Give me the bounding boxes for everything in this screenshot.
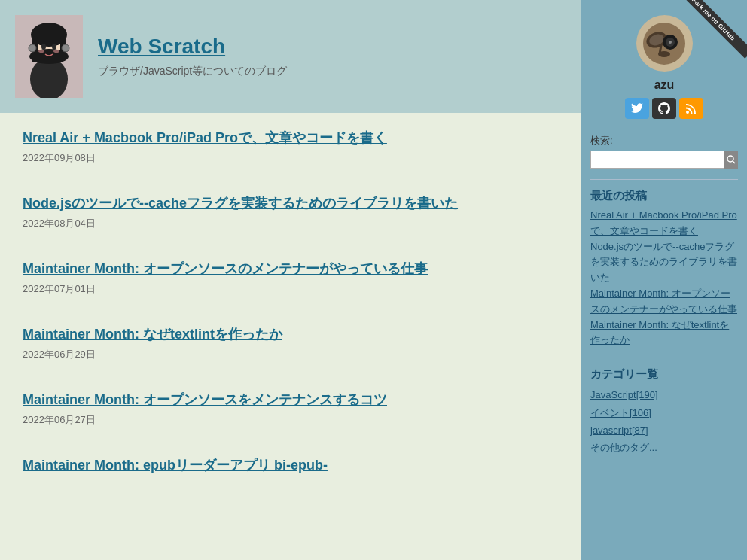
recent-post-link[interactable]: Node.jsのツールで--cacheフラグを実装するためのライブラリを書いた: [590, 239, 738, 286]
recent-posts-section: 最近の投稿 Nreal Air + Macbook Pro/iPad Proで、…: [581, 183, 747, 355]
svg-point-10: [53, 50, 59, 53]
svg-point-6: [29, 49, 69, 64]
site-subtitle: ブラウザ/JavaScript等についてのブログ: [98, 65, 287, 78]
sidebar: Fork me on GitHub: [581, 0, 747, 560]
search-input[interactable]: [590, 151, 724, 169]
post-item: Maintainer Month: オープンソースをメンテナンスするコツ2022…: [23, 390, 559, 434]
header-avatar-image: [15, 15, 83, 98]
categories-section: カテゴリー覧 JavaScript[190]イベント[106]javascrip…: [581, 361, 747, 463]
categories-title: カテゴリー覧: [590, 367, 738, 382]
recent-posts-list: Nreal Air + Macbook Pro/iPad Proで、文章やコード…: [590, 208, 738, 348]
svg-point-8: [52, 44, 56, 50]
recent-post-link[interactable]: Maintainer Month: オープンソースのメンテナーがやっている仕事: [590, 286, 738, 318]
header-avatar: [15, 15, 83, 98]
search-button[interactable]: [724, 151, 738, 169]
twitter-button[interactable]: [625, 98, 649, 119]
post-date: 2022年06月29日: [23, 348, 559, 361]
post-title[interactable]: Nreal Air + Macbook Pro/iPad Proで、文章やコード…: [23, 130, 387, 145]
svg-line-23: [733, 161, 735, 163]
post-item: Maintainer Month: オープンソースのメンテナーがやっている仕事2…: [23, 259, 559, 303]
post-title[interactable]: Maintainer Month: オープンソースをメンテナンスするコツ: [23, 392, 387, 407]
svg-point-22: [727, 156, 733, 162]
post-title[interactable]: Node.jsのツールで--cacheフラグを実装するためのライブラリを書いた: [23, 196, 458, 211]
post-title[interactable]: Maintainer Month: オープンソースのメンテナーがやっている仕事: [23, 261, 428, 276]
search-label: 検索:: [590, 134, 738, 148]
social-links: [625, 98, 703, 119]
svg-point-9: [38, 50, 44, 53]
svg-point-21: [686, 111, 689, 114]
svg-point-17: [658, 51, 670, 57]
post-date: 2022年07月01日: [23, 282, 559, 296]
post-date: 2022年08月04日: [23, 217, 559, 230]
svg-point-7: [41, 44, 46, 50]
category-item[interactable]: その他のタグ...: [590, 439, 738, 456]
recent-posts-title: 最近の投稿: [590, 189, 738, 203]
post-title[interactable]: Maintainer Month: なぜtextlintを作ったか: [23, 327, 282, 342]
post-item: Nreal Air + Macbook Pro/iPad Proで、文章やコード…: [23, 128, 559, 172]
posts-container: Nreal Air + Macbook Pro/iPad Proで、文章やコード…: [0, 113, 581, 519]
post-item: Maintainer Month: なぜtextlintを作ったか2022年06…: [23, 324, 559, 369]
recent-post-link[interactable]: Nreal Air + Macbook Pro/iPad Proで、文章やコード…: [590, 208, 738, 239]
categories-list: JavaScript[190]イベント[106]javascript[87]その…: [590, 386, 738, 457]
github-button[interactable]: [652, 98, 676, 119]
site-header: Web Scratch ブラウザ/JavaScript等についてのブログ: [0, 0, 581, 113]
post-date: 2022年09月08日: [23, 151, 559, 165]
profile-name: azu: [654, 78, 675, 92]
search-input-row: [590, 151, 738, 169]
github-ribbon-text: Fork me on GitHub: [679, 0, 747, 59]
post-date: 2022年06月27日: [23, 413, 559, 427]
recent-post-link[interactable]: Maintainer Month: なぜtextlintを作ったか: [590, 318, 738, 349]
category-item[interactable]: イベント[106]: [590, 404, 738, 422]
category-item[interactable]: javascript[87]: [590, 422, 738, 439]
divider-2: [590, 358, 738, 358]
site-title[interactable]: Web Scratch: [98, 35, 287, 59]
svg-point-12: [62, 44, 69, 52]
rss-button[interactable]: [679, 98, 703, 119]
category-item[interactable]: JavaScript[190]: [590, 386, 738, 403]
post-item: Node.jsのツールで--cacheフラグを実装するためのライブラリを書いた2…: [23, 193, 559, 238]
github-ribbon[interactable]: Fork me on GitHub: [679, 0, 747, 68]
post-title[interactable]: Maintainer Month: epubリーダーアプリ bi-epub-: [23, 458, 328, 473]
divider-1: [590, 179, 738, 180]
header-text: Web Scratch ブラウザ/JavaScript等についてのブログ: [98, 35, 287, 78]
svg-point-11: [29, 44, 36, 52]
svg-point-20: [669, 41, 672, 44]
post-item: Maintainer Month: epubリーダーアプリ bi-epub-: [23, 455, 559, 483]
sidebar-search: 検索:: [581, 126, 747, 176]
